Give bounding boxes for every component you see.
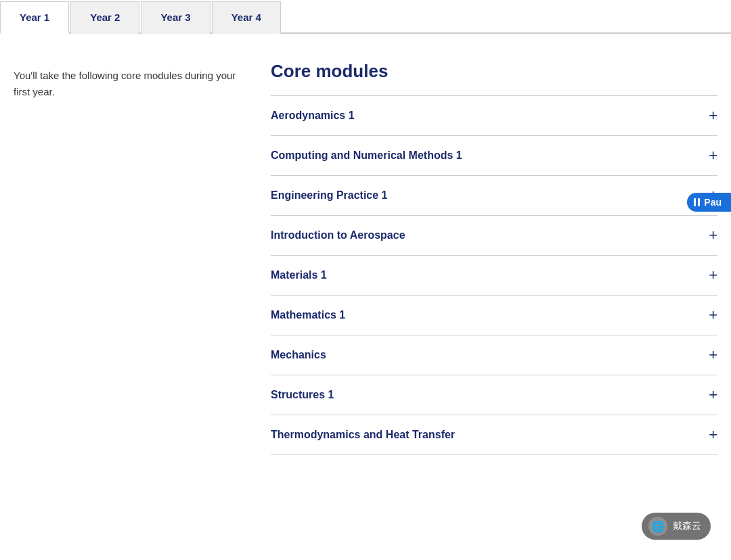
intro-text: You'll take the following core modules d…: [14, 68, 244, 100]
module-item[interactable]: Thermodynamics and Heat Transfer +: [271, 415, 717, 455]
module-name: Mathematics 1: [271, 309, 345, 321]
module-name: Introduction to Aerospace: [271, 229, 405, 241]
tab-year2[interactable]: Year 2: [70, 1, 139, 34]
module-name: Thermodynamics and Heat Transfer: [271, 429, 455, 441]
module-item[interactable]: Engineering Practice 1 +: [271, 175, 717, 215]
module-name: Aerodynamics 1: [271, 110, 355, 122]
pause-bar-right: [698, 198, 700, 206]
module-name: Computing and Numerical Methods 1: [271, 149, 462, 162]
pause-badge[interactable]: Pau: [687, 193, 731, 212]
module-name: Engineering Practice 1: [271, 189, 388, 202]
module-item[interactable]: Structures 1 +: [271, 375, 717, 415]
tabs-bar: Year 1 Year 2 Year 3 Year 4: [0, 0, 731, 34]
pause-label: Pau: [704, 197, 722, 208]
module-item[interactable]: Introduction to Aerospace +: [271, 215, 717, 255]
expand-icon: +: [709, 228, 717, 243]
module-item[interactable]: Mechanics +: [271, 335, 717, 375]
pause-icon: [694, 198, 700, 206]
expand-icon: +: [709, 148, 717, 163]
module-name: Structures 1: [271, 389, 334, 401]
module-item[interactable]: Computing and Numerical Methods 1 +: [271, 135, 717, 175]
module-list: Aerodynamics 1 + Computing and Numerical…: [271, 95, 717, 455]
pause-bar-left: [694, 198, 696, 206]
main-content: You'll take the following core modules d…: [0, 34, 731, 482]
module-item[interactable]: Aerodynamics 1 +: [271, 95, 717, 135]
core-modules-title: Core modules: [271, 61, 717, 82]
tab-year3[interactable]: Year 3: [141, 1, 210, 34]
right-panel: Core modules Aerodynamics 1 + Computing …: [271, 61, 717, 455]
module-name: Materials 1: [271, 269, 327, 281]
module-name: Mechanics: [271, 349, 326, 361]
expand-icon: +: [709, 348, 717, 363]
expand-icon: +: [709, 308, 717, 323]
expand-icon: +: [709, 388, 717, 402]
tab-year1[interactable]: Year 1: [0, 1, 69, 34]
module-item[interactable]: Materials 1 +: [271, 255, 717, 295]
tab-year4[interactable]: Year 4: [212, 1, 281, 34]
module-item[interactable]: Mathematics 1 +: [271, 295, 717, 335]
left-panel: You'll take the following core modules d…: [14, 61, 271, 455]
expand-icon: +: [709, 108, 717, 123]
expand-icon: +: [709, 427, 717, 442]
expand-icon: +: [709, 268, 717, 283]
